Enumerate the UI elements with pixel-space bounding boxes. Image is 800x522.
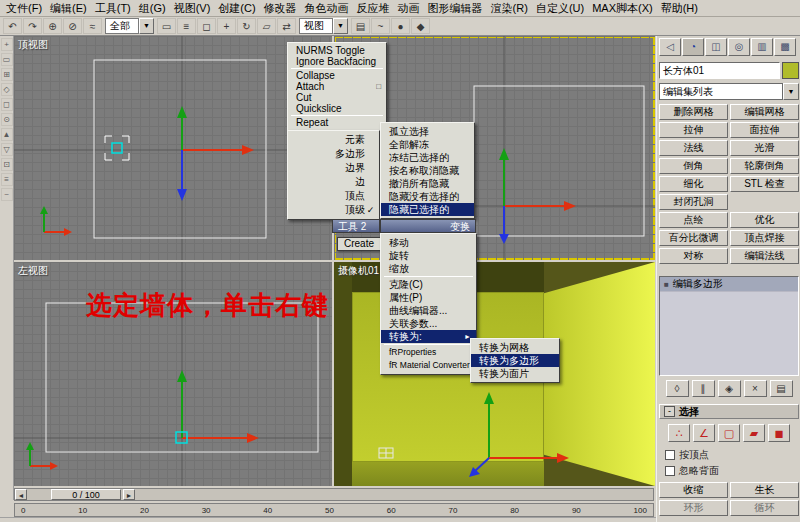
vertex-subobject-icon[interactable]: ∴	[668, 424, 690, 442]
collapse-rollout-icon[interactable]: -	[664, 406, 675, 417]
leftbar-icon-4[interactable]: ◻	[1, 98, 13, 111]
configure-sets-icon[interactable]: ▤	[770, 380, 793, 397]
move-icon[interactable]: +	[217, 18, 236, 34]
render-icon[interactable]: ◆	[411, 18, 430, 34]
modifier-button-vertexpaint[interactable]: 点绘	[659, 212, 728, 228]
modifier-button-bevel[interactable]: 倒角	[659, 158, 728, 174]
menu-tools[interactable]: 工具(T)	[91, 0, 135, 17]
modifier-button-editnormals[interactable]: 编辑法线	[730, 248, 799, 264]
show-end-result-icon[interactable]: ∥	[692, 380, 715, 397]
polygon-subobject-icon[interactable]: ▰	[743, 424, 765, 442]
menu-item-top-level[interactable]: 顶级✓	[288, 203, 379, 217]
modifier-button-extrude[interactable]: 拉伸	[659, 122, 728, 138]
menu-item-clone[interactable]: 克隆(C)	[381, 278, 476, 291]
menu-item-isolate-selection[interactable]: 孤立选择	[381, 125, 474, 138]
bind-to-spacewarp-icon[interactable]: ≈	[83, 18, 102, 34]
redo-icon[interactable]: ↷	[23, 18, 42, 34]
ignore-backfacing-checkbox[interactable]	[665, 466, 675, 476]
menu-item-unhide-all[interactable]: 撤消所有隐藏	[381, 177, 474, 190]
modifier-button-multires[interactable]: 百分比微调	[659, 230, 728, 246]
viewport-top-canvas[interactable]	[14, 36, 332, 260]
modifier-button-tessellate[interactable]: 细化	[659, 176, 728, 192]
leftbar-icon-2[interactable]: ⊞	[1, 68, 13, 81]
grow-button[interactable]: 生长	[730, 482, 799, 498]
menu-item-quickslice[interactable]: Quickslice	[288, 103, 386, 114]
chevron-down-icon[interactable]: ▼	[783, 83, 799, 100]
leftbar-icon-8[interactable]: ⊡	[1, 158, 13, 171]
element-subobject-icon[interactable]: ◼	[768, 424, 790, 442]
object-color-swatch[interactable]	[782, 62, 799, 79]
tab-motion-icon[interactable]: ◎	[728, 38, 750, 56]
modifier-button-smooth[interactable]: 光滑	[730, 140, 799, 156]
menu-item-hide-selection[interactable]: 隐藏已选择的	[381, 203, 474, 216]
object-name-field[interactable]: 长方体01	[659, 62, 780, 79]
menu-file[interactable]: 文件(F)	[2, 0, 46, 17]
leftbar-icon-6[interactable]: ▲	[1, 128, 13, 141]
menu-customize[interactable]: 自定义(U)	[532, 0, 588, 17]
viewport-left-label[interactable]: 左视图	[18, 264, 48, 278]
viewport-top-label[interactable]: 顶视图	[18, 38, 48, 52]
leftbar-icon-3[interactable]: ◇	[1, 83, 13, 96]
menu-item-hide-unselected[interactable]: 隐藏没有选择的	[381, 190, 474, 203]
stack-item-editpoly[interactable]: ■ 编辑多边形	[660, 277, 798, 292]
rotate-icon[interactable]: ↻	[237, 18, 256, 34]
menu-item-convert-to-patch[interactable]: 转换为面片	[471, 367, 559, 380]
menu-item-fr-material-converter[interactable]: fR Material Converter	[381, 359, 476, 372]
menu-item-frproperties[interactable]: fRProperties	[381, 346, 476, 359]
time-slider-button[interactable]: 0 / 100	[51, 489, 121, 500]
menu-help[interactable]: 帮助(H)	[657, 0, 702, 17]
mirror-icon[interactable]: ▤	[351, 18, 370, 34]
menu-item-create[interactable]: Create	[337, 237, 381, 251]
curve-editor-icon[interactable]: ~	[371, 18, 390, 34]
slider-right-icon[interactable]: ►	[123, 489, 135, 500]
settings-box-icon[interactable]: □	[376, 81, 381, 92]
edge-subobject-icon[interactable]: ∠	[693, 424, 715, 442]
modifier-button-symmetry[interactable]: 对称	[659, 248, 728, 264]
menu-character[interactable]: 角色动画	[301, 0, 353, 17]
menu-edit[interactable]: 编辑(E)	[46, 0, 91, 17]
tab-modify-icon[interactable]: ◔	[682, 38, 704, 56]
border-subobject-icon[interactable]: ▢	[718, 424, 740, 442]
menu-animation[interactable]: 动画	[394, 0, 424, 17]
menu-item-unfreeze-all[interactable]: 全部解冻	[381, 138, 474, 151]
tab-utilities-icon[interactable]: ▩	[774, 38, 796, 56]
modifier-button-faceextrude[interactable]: 面拉伸	[730, 122, 799, 138]
menu-group[interactable]: 组(G)	[135, 0, 170, 17]
chevron-down-icon[interactable]: ▼	[333, 18, 348, 34]
selection-rollout-header[interactable]: - 选择	[659, 404, 799, 419]
track-bar[interactable]: 0 10 20 30 40 50 60 70 80 90 100	[14, 503, 654, 517]
modifier-stack[interactable]: ■ 编辑多边形	[659, 276, 799, 376]
menu-item-unhide-by-name[interactable]: 按名称取消隐藏	[381, 164, 474, 177]
menu-graph-editors[interactable]: 图形编辑器	[424, 0, 487, 17]
leftbar-icon-7[interactable]: ▽	[1, 143, 13, 156]
select-object-icon[interactable]: ▭	[157, 18, 176, 34]
menu-item-convert-to-poly[interactable]: 转换为多边形	[471, 354, 559, 367]
menu-modifiers[interactable]: 修改器	[260, 0, 301, 17]
menu-item-nurms-toggle[interactable]: NURMS Toggle	[288, 45, 386, 56]
menu-item-scale[interactable]: 缩放	[381, 262, 476, 275]
rect-region-icon[interactable]: ◻	[197, 18, 216, 34]
leftbar-icon-10[interactable]: ~	[1, 188, 13, 201]
menu-item-cut[interactable]: Cut	[288, 92, 386, 103]
menu-item-border[interactable]: 边界	[288, 161, 379, 175]
menu-item-freeze-selection[interactable]: 冻结已选择的	[381, 151, 474, 164]
unlink-icon[interactable]: ⊘	[63, 18, 82, 34]
by-vertex-checkbox[interactable]	[665, 450, 675, 460]
menu-item-repeat[interactable]: Repeat	[288, 117, 386, 128]
tab-display-icon[interactable]: ▥	[751, 38, 773, 56]
snap-icon[interactable]: ⇄	[277, 18, 296, 34]
menu-rendering[interactable]: 渲染(R)	[487, 0, 532, 17]
menu-item-curve-editor[interactable]: 曲线编辑器...	[381, 304, 476, 317]
scale-icon[interactable]: ▱	[257, 18, 276, 34]
viewport-camera-label[interactable]: 摄像机01	[338, 264, 379, 278]
shrink-button[interactable]: 收缩	[659, 482, 728, 498]
menu-item-attach[interactable]: Attach□	[288, 81, 386, 92]
material-editor-icon[interactable]: ●	[391, 18, 410, 34]
select-and-link-icon[interactable]: ⊕	[43, 18, 62, 34]
modifier-button-vertexweld[interactable]: 顶点焊接	[730, 230, 799, 246]
leftbar-icon-9[interactable]: ≡	[1, 173, 13, 186]
modifier-list-dropdown[interactable]: 编辑集列表 ▼	[659, 83, 799, 100]
leftbar-icon-0[interactable]: +	[1, 38, 13, 51]
undo-icon[interactable]: ↶	[3, 18, 22, 34]
tab-hierarchy-icon[interactable]: ◫	[705, 38, 727, 56]
